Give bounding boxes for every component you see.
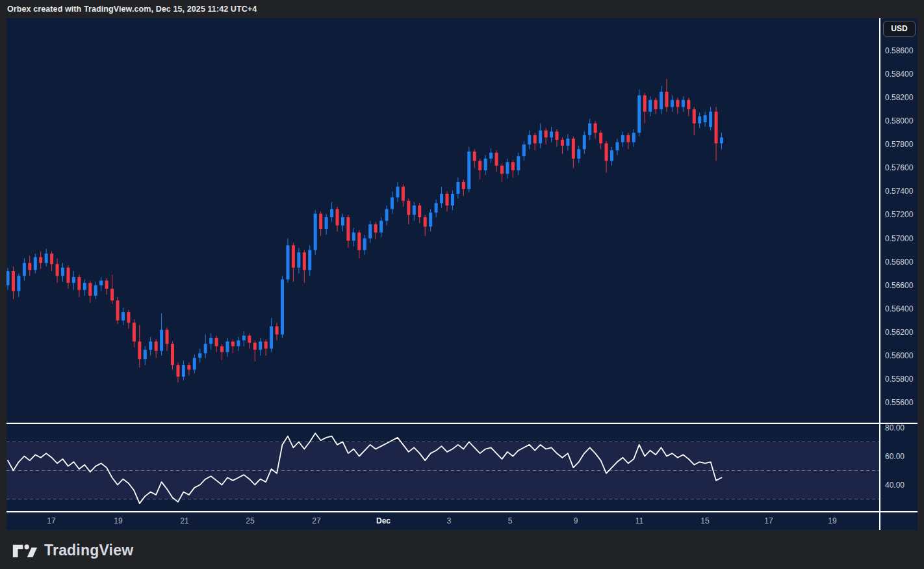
time-axis-label: 17 [754,516,783,525]
price-axis-label: 0.58400 [885,69,913,79]
time-axis-label: 3 [435,516,463,525]
bottom-separator [6,511,918,512]
price-axis-label: 0.56800 [885,257,913,267]
price-axis-label: 0.58000 [885,116,913,126]
price-axis-label: 0.57200 [885,209,913,220]
chart-widget: 1719212527Dec35911151719 USD 0.586000.58… [6,18,918,530]
tradingview-logo[interactable]: TradingView [12,540,133,560]
price-axis-label: 0.58600 [885,46,913,56]
chart-attribution: Orbex created with TradingView.com, Dec … [7,0,257,18]
rsi-pane[interactable] [6,424,879,511]
price-axis-label: 0.57600 [885,163,913,173]
time-axis-label: 5 [496,516,524,525]
price-axis-label: 0.56400 [885,304,913,314]
price-axis-label: 0.56600 [885,280,913,291]
time-axis-label: 19 [818,516,847,525]
tradingview-logo-text: TradingView [44,542,133,559]
time-axis-label: 15 [691,516,719,525]
price-axis-label: 0.55600 [885,397,913,408]
time-axis-label: 11 [625,516,654,525]
time-axis-label: Dec [369,516,398,525]
axis-separator-line [879,18,880,530]
time-axis-label: 17 [37,516,66,525]
rsi-indicator-chart [6,424,879,511]
price-axis[interactable]: USD 0.586000.584000.582000.580000.578000… [880,18,918,511]
price-axis-label: 0.57800 [885,139,913,150]
time-axis-label: 9 [561,516,590,525]
time-axis-label: 25 [236,516,264,525]
price-axis-label: 0.58200 [885,92,913,103]
currency-button[interactable]: USD [883,21,916,37]
candlestick-chart [6,18,879,423]
time-axis-label: 19 [104,516,133,525]
price-axis-label: 0.56000 [885,351,913,361]
time-axis[interactable]: 1719212527Dec35911151719 [6,512,918,530]
rsi-axis-label: 60.00 [885,451,905,462]
time-axis-label: 21 [170,516,199,525]
price-axis-label: 0.57400 [885,186,913,196]
pane-separator[interactable] [6,423,918,424]
rsi-axis-label: 40.00 [885,480,905,490]
tradingview-logo-icon [12,540,38,560]
price-axis-label: 0.55800 [885,374,913,384]
footer-bar: TradingView [0,530,924,569]
price-axis-label: 0.57000 [885,233,913,244]
price-pane[interactable] [6,18,879,423]
tradingview-chart-page: Orbex created with TradingView.com, Dec … [0,0,924,569]
time-axis-label: 27 [302,516,331,525]
price-axis-label: 0.56200 [885,327,913,337]
